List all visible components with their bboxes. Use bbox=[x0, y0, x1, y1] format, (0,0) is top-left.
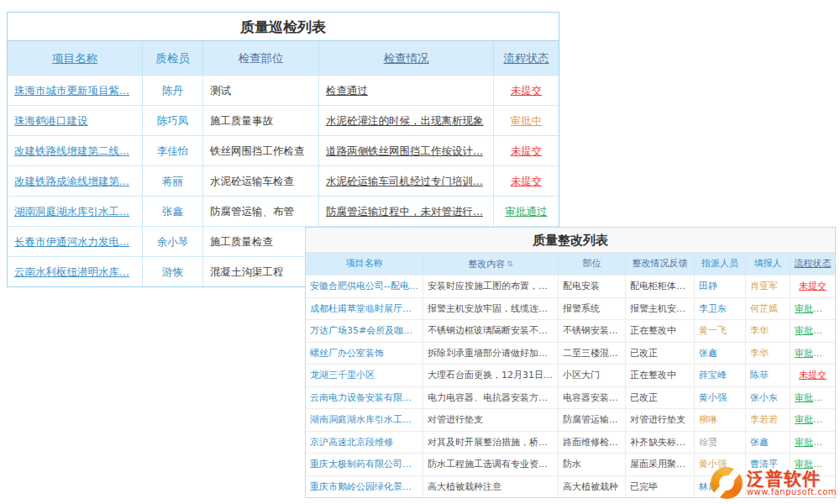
column-header-label: 整改情况反馈 bbox=[633, 258, 688, 269]
project-cell[interactable]: 成都杜甫草堂临时展厅独立展... bbox=[306, 297, 423, 320]
inspector-cell: 李佳怡 bbox=[142, 135, 202, 165]
project-cell[interactable]: 安徽合肥供电公司--配电设备... bbox=[306, 275, 423, 297]
content-cell: 电力电容器、电抗器安装方案... bbox=[423, 386, 558, 409]
column-header-assignee: 指派人员 bbox=[694, 253, 745, 275]
project-cell[interactable]: 龙湖三千里小区 bbox=[306, 364, 423, 386]
column-header-label: 检查部位 bbox=[239, 51, 284, 65]
brand-url: www.fanpusoft.com bbox=[747, 488, 837, 497]
status-cell[interactable]: 审批通过 bbox=[790, 297, 835, 320]
fanpu-watermark: 泛普软件 www.fanpusoft.com bbox=[711, 467, 837, 499]
rectification-table-body: 安徽合肥供电公司--配电设备...安装时应按施工图的布置，将...配电安装配电柜… bbox=[306, 275, 835, 497]
project-cell[interactable]: 湖南洞庭湖水库引水工... bbox=[8, 196, 142, 226]
part-cell: 高大植被栽种 bbox=[558, 475, 625, 498]
location-cell: 测试 bbox=[202, 75, 318, 105]
assignee-cell: 李卫东 bbox=[694, 297, 745, 320]
column-header-label: 流程状态 bbox=[504, 51, 549, 65]
content-cell: 拆除到承重墙部分请做好加固... bbox=[423, 342, 558, 365]
project-cell[interactable]: 万达广场35#会所及咖啡厅空... bbox=[306, 319, 423, 342]
feedback-cell: 报警主机安放... bbox=[625, 297, 694, 320]
assignee-cell: 徐贤 bbox=[694, 431, 745, 454]
table-row: 安徽合肥供电公司--配电设备...安装时应按施工图的布置，将...配电安装配电柜… bbox=[306, 275, 835, 297]
project-cell[interactable]: 京沪高速北京段维修 bbox=[306, 431, 423, 454]
location-cell: 防腐管运输、布管 bbox=[202, 196, 318, 226]
status-cell[interactable]: 未提交 bbox=[493, 75, 559, 105]
column-header-label: 项目名称 bbox=[52, 51, 97, 65]
status-cell[interactable]: 未提交 bbox=[790, 275, 835, 297]
project-cell[interactable]: 长春市伊通河水力发电... bbox=[8, 226, 142, 256]
column-header-inspector: 质检员 bbox=[142, 41, 202, 75]
table-row: 云南电力设备安装有限公司20...电力电容器、电抗器安装方案...电容器安装..… bbox=[306, 386, 835, 409]
status-cell[interactable]: 审批通过 bbox=[493, 196, 559, 226]
reporter-cell: 陈菲 bbox=[745, 364, 790, 386]
content-cell: 不锈钢边框玻璃隔断安装不平... bbox=[423, 319, 558, 342]
project-cell[interactable]: 改建铁路线增建第二线... bbox=[8, 135, 142, 165]
project-cell[interactable]: 湖南洞庭湖水库引水工程施工标 bbox=[306, 408, 423, 431]
table-row: 万达广场35#会所及咖啡厅空...不锈钢边框玻璃隔断安装不平...不锈钢安装..… bbox=[306, 319, 835, 342]
inspector-cell: 张鑫 bbox=[142, 196, 202, 226]
status-cell[interactable]: 审批通过 bbox=[790, 408, 835, 431]
column-header-content[interactable]: 整改内容⇅ bbox=[423, 253, 558, 275]
content-cell: 对管进行垫支 bbox=[423, 408, 558, 431]
reporter-cell: 李若若 bbox=[745, 408, 790, 431]
project-cell[interactable]: 珠海市城市更新项目紫... bbox=[8, 75, 142, 105]
gear-logo-icon bbox=[711, 467, 743, 499]
column-header-label: 流程状态 bbox=[795, 258, 832, 269]
reporter-cell: 肖亚军 bbox=[745, 275, 790, 297]
status-cell[interactable]: 审批通过 bbox=[790, 431, 835, 454]
part-cell: 防腐管运输... bbox=[558, 408, 625, 431]
part-cell: 路面维修检... bbox=[558, 431, 625, 454]
table-row: 珠海鹤港口建设陈巧凤施工质量事故水泥砼灌注的时候，出现离析现象审批中 bbox=[8, 105, 559, 135]
table-row: 成都杜甫草堂临时展厅独立展...报警主机安放牢固，线缆连接...报警系统报警主机… bbox=[306, 297, 835, 320]
inspector-cell: 陈巧凤 bbox=[142, 105, 202, 135]
situation-cell: 水泥砼运输车司机经过专门培训... bbox=[318, 165, 493, 196]
assignee-cell: 薛宝峰 bbox=[694, 364, 745, 386]
content-cell: 高大植被栽种注意 bbox=[423, 475, 558, 498]
reporter-cell: 张小东 bbox=[745, 386, 790, 409]
table-row: 京沪高速北京段维修对其及时开展整治措施，桥头...路面维修检...补齐缺失标志.… bbox=[306, 431, 835, 454]
status-cell[interactable]: 审批通过 bbox=[790, 342, 835, 365]
status-cell[interactable]: 审批通过 bbox=[790, 319, 835, 342]
part-cell: 二至三楼混... bbox=[558, 342, 625, 365]
situation-cell: 防腐管运输过程中，未对管进行... bbox=[318, 196, 493, 226]
part-cell: 电容器安装... bbox=[558, 386, 625, 409]
inspector-cell: 游恢 bbox=[142, 256, 202, 286]
column-header-status: 流程状态 bbox=[493, 41, 559, 75]
location-cell: 混凝土沟渠工程 bbox=[202, 256, 318, 286]
project-cell[interactable]: 云南电力设备安装有限公司20... bbox=[306, 386, 423, 409]
status-cell[interactable]: 审批通过 bbox=[790, 386, 835, 409]
project-cell[interactable]: 改建铁路成渝线增建第... bbox=[8, 165, 142, 196]
situation-cell: 检查通过 bbox=[318, 75, 493, 105]
project-cell[interactable]: 重庆市鹅岭公园绿化景观提升... bbox=[306, 475, 423, 498]
reporter-cell: 张鑫 bbox=[745, 431, 790, 454]
column-header-status: 流程状态 bbox=[790, 253, 835, 275]
status-cell[interactable]: 审批中 bbox=[493, 105, 559, 135]
reporter-cell: 李华 bbox=[745, 342, 790, 365]
column-header-project: 项目名称 bbox=[8, 41, 142, 75]
reporter-cell: 李华 bbox=[745, 319, 790, 342]
situation-cell: 道路两侧铁丝网围挡工作按设计... bbox=[318, 135, 493, 165]
table-row: 湖南洞庭湖水库引水工...张鑫防腐管运输、布管防腐管运输过程中，未对管进行...… bbox=[8, 196, 559, 226]
assignee-cell: 黄小强 bbox=[694, 386, 745, 409]
column-header-feedback: 整改情况反馈 bbox=[625, 253, 694, 275]
assignee-cell: 田静 bbox=[694, 275, 745, 297]
rectification-table-title: 质量整改列表 bbox=[306, 228, 835, 253]
content-cell: 防水工程施工选调有专业资质... bbox=[423, 453, 558, 475]
status-cell[interactable]: 未提交 bbox=[493, 135, 559, 165]
column-header-label: 项目名称 bbox=[346, 258, 383, 269]
status-cell[interactable]: 未提交 bbox=[493, 165, 559, 196]
assignee-cell: 柳琳 bbox=[694, 408, 745, 431]
inspection-table-header: 项目名称质检员检查部位检查情况流程状态 bbox=[8, 41, 559, 75]
part-cell: 防水 bbox=[558, 453, 625, 475]
column-header-label: 部位 bbox=[583, 258, 601, 269]
situation-cell: 水泥砼灌注的时候，出现离析现象 bbox=[318, 105, 493, 135]
sort-icon[interactable]: ⇅ bbox=[507, 253, 513, 275]
project-cell[interactable]: 重庆太极制药有限公司亳州中... bbox=[306, 453, 423, 475]
project-cell[interactable]: 珠海鹤港口建设 bbox=[8, 105, 142, 135]
content-cell: 安装时应按施工图的布置，将... bbox=[423, 275, 558, 297]
content-cell: 大理石台面更换，12月31日之... bbox=[423, 364, 558, 386]
column-header-project: 项目名称 bbox=[306, 253, 423, 275]
status-cell[interactable]: 未提交 bbox=[790, 364, 835, 386]
project-cell[interactable]: 云南水利枢纽潜明水库... bbox=[8, 256, 142, 286]
project-cell[interactable]: 螺丝厂办公室装饰 bbox=[306, 342, 423, 365]
location-cell: 施工质量事故 bbox=[202, 105, 318, 135]
